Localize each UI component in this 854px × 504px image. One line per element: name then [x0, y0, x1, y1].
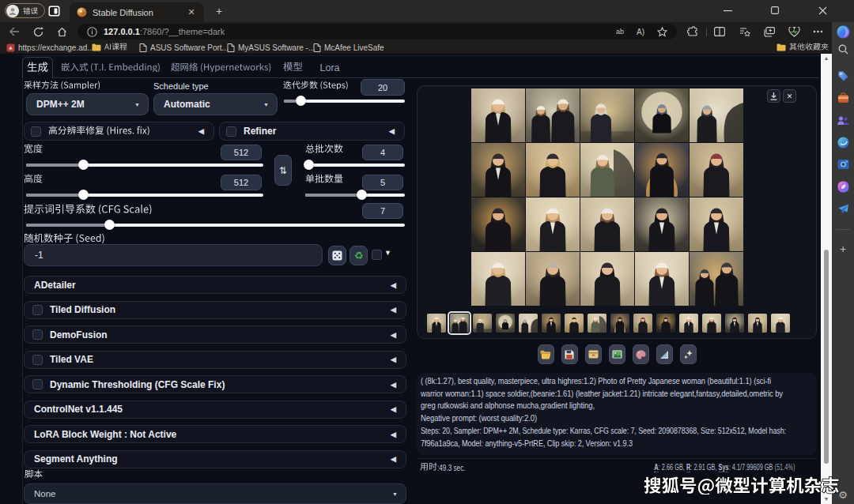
refresh-icon[interactable]: [30, 24, 46, 39]
slider-thumb[interactable]: [304, 160, 314, 170]
extension-checkbox[interactable]: [32, 355, 43, 365]
batch-size-value[interactable]: 5: [362, 175, 403, 190]
window-minimize-button[interactable]: [716, 0, 739, 21]
send-to-extras-button[interactable]: [656, 344, 673, 364]
accordion-tiled-diffusion[interactable]: Tiled Diffusion◀: [24, 301, 406, 319]
accordion-controlnet-v1-1-445[interactable]: ControlNet v1.1.445◀: [24, 401, 406, 419]
site-info-icon[interactable]: [87, 27, 97, 37]
tab-close-icon[interactable]: ✕: [185, 7, 198, 17]
bookmark-item[interactable]: [92, 42, 127, 53]
gallery-image-3[interactable]: [580, 88, 634, 142]
thumbnail-5[interactable]: [519, 314, 538, 333]
gallery-image-6[interactable]: [471, 143, 525, 197]
download-image-button[interactable]: [767, 89, 780, 103]
gallery-image-18[interactable]: [580, 252, 634, 306]
bookmark-item[interactable]: https://exchange.ad...: [6, 42, 94, 53]
sampler-dropdown[interactable]: DPM++ 2M▼: [26, 93, 149, 115]
profile-button[interactable]: [5, 3, 45, 18]
scroll-up-icon[interactable]: ▲: [821, 54, 832, 63]
save-image-button[interactable]: [561, 344, 578, 364]
accordion-lora-block-weight-not-active[interactable]: LoRA Block Weight : Not Active◀: [24, 425, 406, 443]
thumbnail-15[interactable]: [748, 314, 767, 333]
tab-embedding[interactable]: [60, 57, 161, 78]
window-maximize-button[interactable]: [763, 0, 787, 21]
send-to-img2img-button[interactable]: [609, 344, 625, 364]
accordion-dynamic-thresholding-cfg-scale-fix[interactable]: Dynamic Thresholding (CFG Scale Fix)◀: [24, 375, 406, 393]
thumbnail-2[interactable]: [450, 314, 469, 333]
accordion-demofusion[interactable]: DemoFusion◀: [24, 325, 406, 344]
favorites-icon[interactable]: [737, 24, 753, 39]
save-zip-button[interactable]: [585, 344, 602, 364]
settings-menu-icon[interactable]: [810, 24, 826, 39]
height-slider[interactable]: [26, 194, 263, 197]
split-screen-icon[interactable]: [712, 24, 727, 39]
swap-dimensions-button[interactable]: ⇅: [274, 155, 292, 186]
slider-thumb[interactable]: [78, 190, 89, 200]
browser-tab[interactable]: Stable Diffusion ✕: [70, 2, 204, 22]
thumbnail-14[interactable]: [725, 314, 744, 333]
read-aloud-icon[interactable]: A): [637, 28, 644, 36]
page-scrollbar[interactable]: ▲ ▼: [821, 54, 832, 504]
games-icon[interactable]: [835, 134, 851, 150]
thumbnail-12[interactable]: [679, 314, 698, 333]
thumbnail-8[interactable]: [588, 314, 606, 333]
refiner-accordion[interactable]: Refiner ◀: [219, 122, 405, 141]
sidebar-search-icon[interactable]: [835, 41, 851, 57]
browser-essentials-icon[interactable]: [786, 24, 802, 39]
slider-thumb[interactable]: [357, 190, 367, 200]
reuse-seed-button[interactable]: ♻: [350, 246, 368, 265]
tab-hypernetworks[interactable]: [171, 57, 272, 78]
address-bar[interactable]: 127.0.0.1:7860/?__theme=dark ab A): [77, 24, 677, 39]
script-dropdown[interactable]: None▼: [24, 483, 406, 504]
gallery-image-20[interactable]: [690, 252, 743, 306]
gallery-image-4[interactable]: [635, 88, 689, 142]
accordion-segment-anything[interactable]: Segment Anything◀: [24, 450, 406, 468]
steps-slider[interactable]: [284, 100, 405, 103]
thumbnail-13[interactable]: [702, 314, 721, 333]
height-value[interactable]: 512: [221, 175, 262, 190]
thumbnail-11[interactable]: [656, 314, 675, 333]
new-tab-button[interactable]: +: [212, 5, 226, 17]
thumbnail-16[interactable]: [771, 314, 790, 333]
drop-icon[interactable]: [835, 201, 851, 216]
accordion-tiled-vae[interactable]: Tiled VAE◀: [24, 351, 406, 369]
thumbnail-4[interactable]: [496, 314, 515, 333]
hires-fix-accordion[interactable]: ◀: [24, 122, 214, 141]
batch-size-slider[interactable]: [305, 194, 405, 197]
upscale-button[interactable]: [680, 344, 697, 364]
send-to-inpaint-button[interactable]: [633, 344, 649, 364]
thumbnail-9[interactable]: [610, 314, 629, 333]
favorite-star-icon[interactable]: [657, 27, 667, 37]
refiner-checkbox[interactable]: [226, 126, 236, 137]
tab-model[interactable]: [278, 57, 307, 78]
back-icon[interactable]: [6, 24, 22, 39]
thumbnail-1[interactable]: [427, 314, 446, 333]
thumbnail-10[interactable]: [633, 314, 652, 333]
close-gallery-button[interactable]: ✕: [783, 89, 796, 103]
collections-icon[interactable]: [761, 24, 777, 39]
bookmark-item[interactable]: ASUS Software Port...: [139, 42, 229, 53]
bookmark-item[interactable]: MyASUS Software -...: [227, 42, 315, 53]
workspaces-icon[interactable]: [48, 6, 60, 17]
slider-thumb[interactable]: [78, 160, 89, 170]
gallery-image-17[interactable]: [526, 252, 580, 306]
gallery-image-12[interactable]: [526, 197, 580, 251]
extension-checkbox[interactable]: [32, 329, 43, 340]
scrollbar-thumb[interactable]: [824, 250, 829, 464]
gallery-image-19[interactable]: [635, 252, 689, 306]
thumbnail-6[interactable]: [542, 314, 561, 333]
gallery-image-1[interactable]: [471, 88, 525, 142]
gallery-image-14[interactable]: [635, 197, 689, 251]
thumbnail-7[interactable]: [565, 314, 584, 333]
gallery-image-9[interactable]: [635, 143, 689, 197]
gallery-image-5[interactable]: [690, 88, 743, 142]
thumbnail-3[interactable]: [473, 314, 492, 333]
bookmark-item[interactable]: McAfee LiveSafe: [313, 42, 384, 53]
extension-checkbox[interactable]: [32, 305, 43, 315]
extensions-icon[interactable]: [685, 24, 701, 39]
gallery-image-2[interactable]: [526, 88, 580, 142]
shopping-icon[interactable]: [835, 68, 851, 84]
gallery-image-11[interactable]: [471, 197, 525, 251]
msoffice-icon[interactable]: [835, 90, 851, 106]
outlook-icon[interactable]: [835, 156, 851, 172]
